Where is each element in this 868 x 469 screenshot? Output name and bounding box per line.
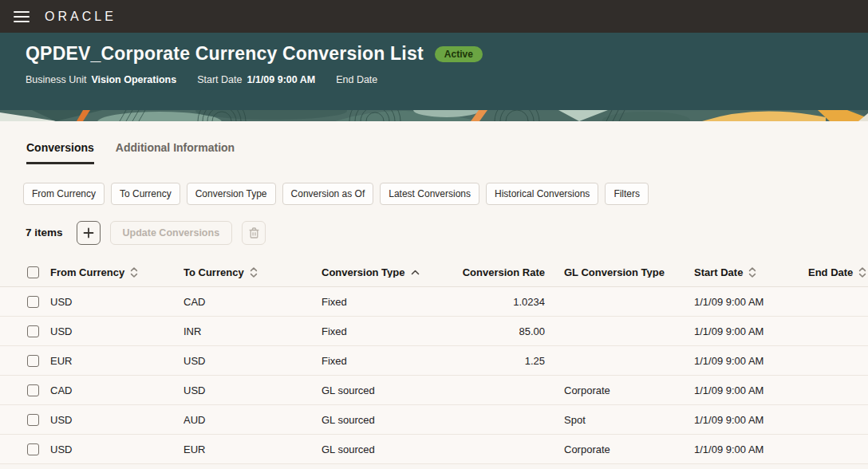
cell-from: EUR [50,355,183,367]
sort-ascending-icon [411,270,420,275]
column-header-end-date[interactable]: End Date [808,266,868,278]
business-unit-label: Business Unit [26,74,86,85]
items-count: 7 items [26,227,63,238]
filter-chip-conversion-as-of[interactable]: Conversion as Of [282,183,374,205]
cell-gl-type: Corporate [545,384,694,396]
column-header-start-date[interactable]: Start Date [694,266,808,278]
plus-icon [83,227,94,238]
cell-from: CAD [50,384,183,396]
table-row: EURUSDFixed1.251/1/09 9:00 AM [0,346,868,376]
cell-gl-type: Corporate [545,443,694,455]
column-header-conversion-rate: Conversion Rate [441,267,545,278]
end-date-label: End Date [336,74,377,85]
cell-start-date: 1/1/09 9:00 AM [694,384,808,396]
table-body: USDCADFixed1.02341/1/09 9:00 AMUSDINRFix… [0,287,868,464]
column-header-gl-conversion-type: GL Conversion Type [545,267,694,278]
row-checkbox[interactable] [27,325,39,337]
hamburger-menu-icon[interactable] [14,11,30,22]
cell-conversion-type: GL sourced [322,414,441,426]
filter-chip-to-currency[interactable]: To Currency [111,183,180,205]
trash-icon [248,227,260,239]
select-all-checkbox[interactable] [27,266,39,278]
table-row: USDEURGL sourcedCorporate1/1/09 9:00 AM [0,435,868,464]
conversions-table: From CurrencyTo CurrencyConversion TypeC… [0,258,868,464]
cell-start-date: 1/1/09 9:00 AM [694,325,808,337]
cell-start-date: 1/1/09 9:00 AM [694,355,808,367]
page-header: QPDEV_Corporate Currency Conversion List… [0,33,868,110]
start-date-value: 1/1/09 9:00 AM [247,74,315,85]
page-title: QPDEV_Corporate Currency Conversion List [26,43,424,65]
tab-conversions[interactable]: Conversions [26,141,94,164]
row-checkbox[interactable] [27,296,39,308]
cell-rate: 1.25 [441,355,545,367]
status-badge: Active [435,46,483,62]
start-date-label: Start Date [197,74,242,85]
app-topbar: ORACLE [0,0,868,33]
cell-start-date: 1/1/09 9:00 AM [694,443,808,455]
sort-both-icon [858,266,866,278]
sort-both-icon [130,266,138,278]
cell-to: USD [183,384,322,396]
update-conversions-button[interactable]: Update Conversions [110,221,233,245]
table-row: USDCADFixed1.02341/1/09 9:00 AM [0,287,868,317]
cell-conversion-type: Fixed [322,296,441,308]
column-header-conversion-type[interactable]: Conversion Type [322,267,441,278]
cell-from: USD [50,414,183,426]
filter-chip-conversion-type[interactable]: Conversion Type [187,183,276,205]
filter-chip-row: From CurrencyTo CurrencyConversion TypeC… [0,183,868,205]
cell-conversion-type: GL sourced [322,384,441,396]
cell-conversion-type: Fixed [322,355,441,367]
cell-from: USD [50,443,183,455]
cell-to: USD [183,355,322,367]
row-checkbox[interactable] [27,384,39,396]
table-row: CADUSDGL sourcedCorporate1/1/09 9:00 AM [0,376,868,405]
sort-both-icon [748,266,756,278]
decorative-banner-strip [0,110,868,121]
row-checkbox[interactable] [27,355,39,367]
cell-to: CAD [183,296,322,308]
header-meta: Business Unit Vision Operations Start Da… [26,74,842,85]
cell-to: AUD [183,414,322,426]
row-checkbox[interactable] [27,414,39,426]
leaf-pattern-graphic [0,110,868,121]
filter-chip-filters[interactable]: Filters [605,183,649,205]
cell-to: EUR [183,443,322,455]
table-row: USDAUDGL sourcedSpot1/1/09 9:00 AM [0,405,868,435]
row-checkbox[interactable] [27,443,39,455]
cell-conversion-type: GL sourced [322,443,441,455]
filter-chip-latest-conversions[interactable]: Latest Conversions [380,183,479,205]
column-header-to-currency[interactable]: To Currency [183,266,322,278]
cell-from: USD [50,325,183,337]
column-header-from-currency[interactable]: From Currency [50,266,183,278]
cell-rate: 1.0234 [441,296,545,308]
cell-rate: 85.00 [441,325,545,337]
cell-from: USD [50,296,183,308]
tab-additional-information[interactable]: Additional Information [116,141,235,164]
cell-conversion-type: Fixed [322,325,441,337]
tab-bar: Conversions Additional Information [0,141,868,164]
table-row: USDINRFixed85.001/1/09 9:00 AM [0,317,868,346]
oracle-logo: ORACLE [45,10,116,24]
filter-chip-from-currency[interactable]: From Currency [23,183,105,205]
table-toolbar: 7 items Update Conversions [0,220,868,245]
add-button[interactable] [77,221,101,245]
cell-start-date: 1/1/09 9:00 AM [694,414,808,426]
filter-chip-historical-conversions[interactable]: Historical Conversions [486,183,598,205]
cell-to: INR [183,325,322,337]
sort-both-icon [250,266,258,278]
business-unit-value: Vision Operations [91,74,176,85]
table-header: From CurrencyTo CurrencyConversion TypeC… [0,258,868,287]
delete-button[interactable] [242,221,266,245]
cell-start-date: 1/1/09 9:00 AM [694,296,808,308]
cell-gl-type: Spot [545,414,694,426]
